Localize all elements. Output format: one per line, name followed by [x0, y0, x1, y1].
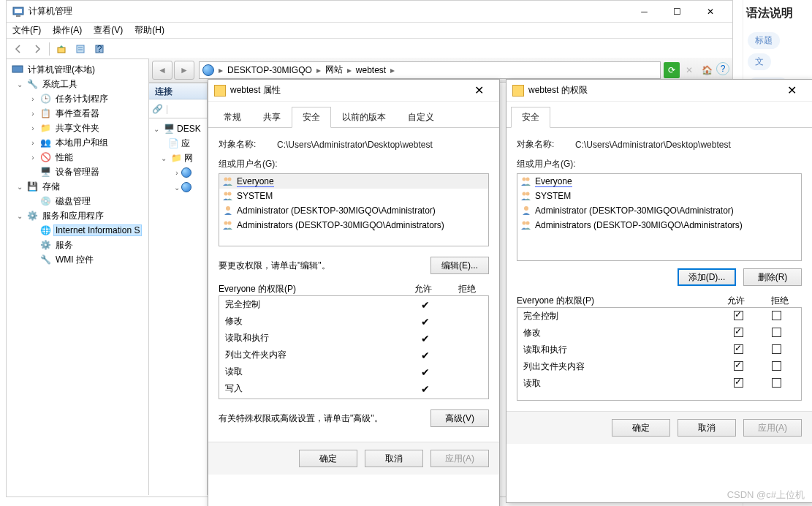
nav-back-button[interactable]: ◄ [152, 61, 172, 80]
tree-device-manager[interactable]: 🖥️设备管理器 [7, 165, 148, 179]
nav-tree[interactable]: 计算机管理(本地) ⌄🔧系统工具 ›🕒任务计划程序 ›📋事件查看器 ›📁共享文件… [7, 59, 149, 495]
advanced-button[interactable]: 高级(V) [430, 409, 489, 427]
list-item[interactable]: SYSTEM [219, 189, 488, 203]
ok-button[interactable]: 确定 [612, 419, 670, 437]
edit-button[interactable]: 编辑(E)... [430, 257, 489, 274]
chevron-right-icon[interactable]: ▸ [219, 65, 223, 75]
tree-local-users[interactable]: ›👥本地用户和组 [7, 135, 148, 150]
crumb-host[interactable]: DESKTOP-30MIGQO [227, 65, 312, 75]
allow-checkbox[interactable] [734, 328, 743, 337]
tree-task-scheduler[interactable]: ›🕒任务计划程序 [7, 91, 148, 106]
tree-event-viewer[interactable]: ›📋事件查看器 [7, 106, 148, 121]
conn-sites[interactable]: ⌄📁网 [149, 151, 207, 165]
tab-previous-versions[interactable]: 以前的版本 [331, 107, 397, 128]
tree-root[interactable]: 计算机管理(本地) [7, 62, 148, 77]
tree-services-apps[interactable]: ⌄⚙️服务和应用程序 [7, 208, 148, 223]
list-item[interactable]: Administrator (DESKTOP-30MIGQO\Administr… [219, 203, 488, 218]
chevron-right-icon[interactable]: ▸ [316, 65, 321, 75]
minimize-button[interactable]: ─ [628, 1, 661, 22]
back-button[interactable] [10, 41, 27, 57]
allow-checkbox[interactable] [734, 378, 743, 388]
cancel-button[interactable]: 取消 [678, 419, 736, 437]
expand-icon[interactable]: › [29, 110, 37, 118]
tree-shared-folders[interactable]: ›📁共享文件夹 [7, 121, 148, 135]
tree-system-tools[interactable]: ⌄🔧系统工具 [7, 77, 148, 91]
home-button[interactable]: 🏠 [699, 62, 715, 78]
menu-view[interactable]: 查看(V) [94, 24, 123, 37]
tab-security[interactable]: 安全 [511, 107, 550, 128]
list-item[interactable]: Administrator (DESKTOP-30MIGQO\Administr… [517, 203, 801, 218]
users-listbox[interactable]: Everyone SYSTEM Administrator (DESKTOP-3… [219, 173, 489, 246]
up-button[interactable] [53, 41, 70, 57]
nav-forward-button[interactable]: ► [174, 61, 194, 80]
menu-action[interactable]: 操作(A) [53, 24, 82, 37]
maximize-button[interactable]: ☐ [661, 1, 694, 22]
expand-icon[interactable]: › [29, 154, 37, 162]
collapse-icon[interactable]: ⌄ [15, 212, 24, 220]
close-button[interactable]: ✕ [694, 1, 726, 22]
forward-button[interactable] [29, 41, 46, 57]
tree-wmi[interactable]: 🔧WMI 控件 [7, 252, 148, 267]
cancel-button[interactable]: 取消 [365, 450, 423, 467]
list-item[interactable]: Administrators (DESKTOP-30MIGQO\Administ… [517, 218, 801, 233]
tab-security[interactable]: 安全 [292, 107, 331, 128]
list-item[interactable]: Everyone [517, 174, 801, 189]
list-item[interactable]: Administrators (DESKTOP-30MIGQO\Administ… [219, 218, 488, 233]
add-button[interactable]: 添加(D)... [678, 268, 736, 286]
deny-checkbox[interactable] [772, 328, 781, 337]
menu-help[interactable]: 帮助(H) [134, 24, 164, 37]
list-item[interactable]: Everyone [219, 174, 488, 189]
connections-panel: 连接 🔗 | ⌄🖥️DESK 📄应 ⌄📁网 › ⌄ [149, 83, 208, 495]
tree-services[interactable]: ⚙️服务 [7, 238, 148, 252]
tree-performance[interactable]: ›🚫性能 [7, 150, 148, 165]
expand-icon[interactable]: › [29, 124, 37, 132]
refresh-button[interactable]: ⟳ [664, 62, 680, 78]
help-button[interactable]: ? [716, 62, 729, 75]
object-name-label: 对象名称: [517, 138, 575, 151]
conn-site-item[interactable]: ⌄ [149, 180, 207, 195]
breadcrumb[interactable]: ▸ DESKTOP-30MIGQO ▸ 网站 ▸ webtest ▸ [199, 61, 661, 79]
properties-button[interactable] [72, 41, 89, 57]
apply-button[interactable]: 应用(A) [430, 450, 489, 467]
pill-title[interactable]: 标题 [748, 32, 780, 49]
allow-checkbox[interactable] [734, 361, 743, 371]
tree-disk-management[interactable]: 💿磁盘管理 [7, 194, 148, 208]
conn-app-pools[interactable]: 📄应 [149, 136, 207, 151]
help-button[interactable]: ? [91, 41, 108, 57]
tab-sharing[interactable]: 共享 [252, 107, 292, 128]
tree-iis[interactable]: 🌐Internet Information S [7, 223, 148, 238]
remove-button[interactable]: 删除(R) [743, 268, 802, 286]
chevron-right-icon[interactable]: ▸ [390, 65, 395, 75]
allow-checkbox[interactable] [734, 311, 743, 320]
users-listbox[interactable]: Everyone SYSTEM Administrator (DESKTOP-3… [517, 173, 802, 261]
collapse-icon[interactable]: ⌄ [15, 80, 24, 88]
conn-host[interactable]: ⌄🖥️DESK [149, 121, 207, 136]
connections-tree[interactable]: ⌄🖥️DESK 📄应 ⌄📁网 › ⌄ [149, 118, 207, 197]
deny-checkbox[interactable] [772, 344, 781, 354]
refresh-icon[interactable]: | [166, 104, 168, 114]
crumb-sites[interactable]: 网站 [325, 64, 343, 76]
deny-checkbox[interactable] [772, 311, 781, 320]
tab-general[interactable]: 常规 [213, 107, 252, 128]
conn-site-item[interactable]: › [149, 165, 207, 180]
expand-icon[interactable]: › [29, 95, 37, 103]
expand-icon[interactable]: › [29, 139, 37, 147]
ok-button[interactable]: 确定 [299, 450, 357, 467]
folder-icon [512, 85, 524, 97]
pill-text[interactable]: 文 [748, 53, 771, 70]
chevron-right-icon[interactable]: ▸ [347, 65, 352, 75]
tab-customize[interactable]: 自定义 [397, 107, 445, 128]
tree-storage[interactable]: ⌄💾存储 [7, 179, 148, 194]
allow-checkbox[interactable] [734, 344, 743, 354]
crumb-webtest[interactable]: webtest [356, 65, 386, 75]
deny-checkbox[interactable] [772, 361, 781, 371]
collapse-icon[interactable]: ⌄ [15, 183, 24, 191]
apply-button[interactable]: 应用(A) [743, 419, 802, 437]
deny-checkbox[interactable] [772, 378, 781, 388]
close-button[interactable]: ✕ [464, 81, 493, 100]
list-item[interactable]: SYSTEM [517, 189, 801, 203]
stop-button[interactable]: ✕ [681, 62, 697, 78]
menu-file[interactable]: 文件(F) [12, 24, 41, 37]
connect-icon[interactable]: 🔗 [152, 104, 163, 114]
close-button[interactable]: ✕ [777, 81, 806, 100]
